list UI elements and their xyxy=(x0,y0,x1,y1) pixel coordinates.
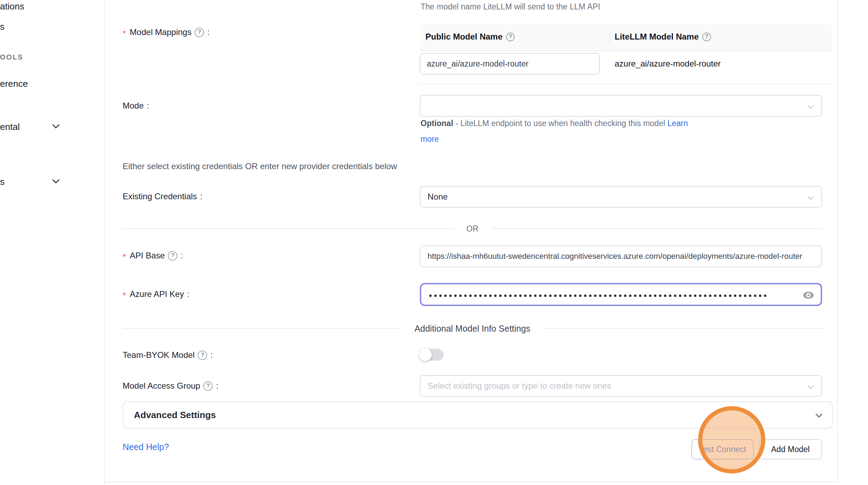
azure-api-key-label: * Azure API Key xyxy=(123,286,190,302)
public-model-name-input[interactable]: azure_ai/azure-model-router xyxy=(420,53,600,75)
public-model-name-value: azure_ai/azure-model-router xyxy=(427,59,528,69)
label-colon xyxy=(147,101,149,111)
mode-label-text: Mode xyxy=(123,101,144,111)
chevron-down-icon xyxy=(807,102,814,109)
column-label: LiteLLM Model Name xyxy=(615,32,699,42)
model-access-group-select[interactable]: Select existing groups or type to create… xyxy=(420,375,822,397)
label-colon xyxy=(207,27,210,37)
or-divider-text: OR xyxy=(466,224,479,234)
column-label: Public Model Name xyxy=(425,32,503,42)
need-help-link[interactable]: Need Help? xyxy=(123,442,169,452)
sidebar-item-fragment[interactable]: erence xyxy=(0,76,88,91)
sidebar-item-label: ental xyxy=(0,122,20,132)
existing-credentials-label: Existing Credentials xyxy=(123,189,203,204)
chevron-down-icon xyxy=(52,121,60,129)
mode-help-text: Optional - LiteLLM endpoint to use when … xyxy=(421,116,701,147)
test-connect-button[interactable]: Test Connect xyxy=(691,439,754,459)
additional-settings-divider: Additional Model Info Settings xyxy=(123,321,822,336)
model-mappings-table: Public Model Name LiteLLM Model Name azu… xyxy=(420,23,832,85)
sidebar-item-label: s xyxy=(0,21,5,32)
chevron-down-icon xyxy=(52,176,60,183)
add-model-form: The model name LiteLLM will send to the … xyxy=(105,0,838,482)
sidebar-section-header: OOLS xyxy=(0,49,88,65)
chevron-down-icon xyxy=(815,411,822,418)
model-mappings-table-row: azure_ai/azure-model-router azure_ai/azu… xyxy=(420,51,832,85)
help-circle-icon[interactable] xyxy=(198,351,207,360)
required-asterisk: * xyxy=(123,252,126,262)
existing-credentials-select[interactable]: None xyxy=(420,186,822,208)
litellm-model-name-hint: The model name LiteLLM will send to the … xyxy=(421,2,600,12)
label-colon xyxy=(200,192,203,201)
mode-help-body: - LiteLLM endpoint to use when health ch… xyxy=(453,119,667,128)
sidebar-item-fragment[interactable]: s xyxy=(0,174,88,189)
column-divider xyxy=(610,30,610,44)
api-base-label-text: API Base xyxy=(130,251,165,261)
column-public-model-name: Public Model Name xyxy=(420,32,610,42)
label-colon xyxy=(180,251,183,261)
masked-api-key-value: ••••••••••••••••••••••••••••••••••••••••… xyxy=(429,291,768,301)
chevron-down-icon xyxy=(807,193,814,200)
model-mappings-label: * Model Mappings xyxy=(123,25,210,40)
required-asterisk: * xyxy=(123,29,126,39)
api-base-input[interactable]: https://ishaa-mh6uutut-swedencentral.cog… xyxy=(420,245,822,267)
additional-settings-divider-text: Additional Model Info Settings xyxy=(415,324,531,334)
sidebar-item-fragment[interactable]: ental xyxy=(0,119,88,134)
existing-credentials-label-text: Existing Credentials xyxy=(123,192,197,201)
add-model-button[interactable]: Add Model xyxy=(759,439,822,459)
label-colon xyxy=(187,289,190,299)
advanced-settings-title: Advanced Settings xyxy=(134,410,216,421)
model-mappings-table-header: Public Model Name LiteLLM Model Name xyxy=(420,23,832,51)
help-circle-icon[interactable] xyxy=(194,28,204,37)
team-byok-label: Team-BYOK Model xyxy=(123,347,213,363)
column-litellm-model-name: LiteLLM Model Name xyxy=(610,32,711,42)
sidebar-item-label: ations xyxy=(0,1,24,12)
sidebar-item-fragment[interactable]: ations xyxy=(0,0,88,14)
model-access-group-label: Model Access Group xyxy=(123,378,218,394)
sidebar-section-label: OOLS xyxy=(0,53,23,61)
eye-icon[interactable] xyxy=(802,289,814,301)
label-colon xyxy=(210,350,213,360)
existing-credentials-value: None xyxy=(428,192,447,202)
chevron-down-icon xyxy=(807,382,814,389)
azure-api-key-label-text: Azure API Key xyxy=(130,289,184,299)
label-colon xyxy=(216,381,218,391)
mode-label: Mode xyxy=(123,98,149,113)
credentials-note: Either select existing credentials OR en… xyxy=(123,161,397,171)
help-circle-icon[interactable] xyxy=(506,33,515,41)
sidebar-item-label: erence xyxy=(0,78,28,89)
api-base-label: * API Base xyxy=(123,248,183,263)
sidebar: ations s OOLS erence ental s xyxy=(0,0,105,485)
mode-select[interactable] xyxy=(420,95,822,117)
required-asterisk: * xyxy=(123,291,126,300)
sidebar-item-fragment[interactable]: s xyxy=(0,19,88,34)
advanced-settings-panel[interactable]: Advanced Settings xyxy=(123,401,833,429)
litellm-model-name-value: azure_ai/azure-model-router xyxy=(615,51,721,76)
or-divider: OR xyxy=(123,221,822,236)
azure-api-key-input[interactable]: ••••••••••••••••••••••••••••••••••••••••… xyxy=(420,283,822,306)
model-mappings-label-text: Model Mappings xyxy=(130,27,191,37)
sidebar-item-label: s xyxy=(0,176,5,187)
help-circle-icon[interactable] xyxy=(203,381,213,391)
api-base-value: https://ishaa-mh6uutut-swedencentral.cog… xyxy=(428,252,802,261)
model-access-group-placeholder: Select existing groups or type to create… xyxy=(428,381,611,391)
mode-help-bold: Optional xyxy=(421,119,453,128)
team-byok-toggle[interactable] xyxy=(420,349,444,361)
model-access-group-label-text: Model Access Group xyxy=(123,381,200,391)
help-circle-icon[interactable] xyxy=(168,251,177,261)
toggle-knob xyxy=(419,348,432,361)
help-circle-icon[interactable] xyxy=(702,33,711,41)
team-byok-label-text: Team-BYOK Model xyxy=(123,350,194,360)
